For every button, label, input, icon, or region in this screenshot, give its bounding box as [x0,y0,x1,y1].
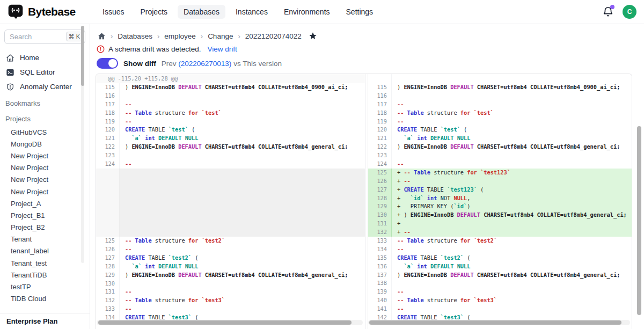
show-diff-toggle[interactable] [97,58,118,69]
diff-context-line: 121 `a` int DEFAULT NULL [96,134,365,143]
sidebar-project-item[interactable]: New Project [0,186,90,198]
home-icon[interactable] [98,32,106,40]
diff-added-line: 128+ `id` int NOT NULL, [368,194,632,203]
line-number: 133 [368,237,392,245]
code-line [120,280,365,288]
nav-item-environments[interactable]: Environments [278,5,336,19]
nav-item-instances[interactable]: Instances [230,5,274,19]
plan-badge[interactable]: Enterprise Plan [0,313,90,329]
line-number: 126 [96,245,120,254]
sidebar-project-item[interactable]: MongoDB [0,138,90,150]
diff-context-line: 135CREATE TABLE `test2` ( [368,254,632,262]
diff-added-line: 130+ ) ENGINE=InnoDB DEFAULT CHARSET=utf… [368,211,632,220]
code-line: -- [392,245,632,254]
sidebar-project-item[interactable]: New Project [0,150,90,162]
line-number: 126 [368,177,392,186]
sidebar-item-anomaly-center[interactable]: Anomaly Center [0,79,90,94]
sidebar-project-item[interactable]: New Project [0,174,90,186]
diff-version-info: Prev (202206270013) vs This version [162,60,282,68]
diff-context-line: 129) ENGINE=InnoDB DEFAULT CHARSET=utf8m… [96,271,365,280]
code-line [120,92,365,100]
diff-context-line: 123 [96,151,365,160]
code-line: + PRIMARY KEY (`id`) [392,202,632,211]
line-number: 131 [96,288,120,296]
sidebar-project-item[interactable]: TiDB Cloud [0,293,90,305]
sidebar-project-item[interactable]: Project_B2 [0,222,90,233]
diff-context-line: 116 [96,92,365,100]
diff-context-line: 123 [368,151,632,160]
star-icon[interactable] [309,32,317,40]
line-number: 133 [96,305,120,313]
sidebar-project-item[interactable]: tenant_label [0,245,90,257]
right-pane-hscrollbar-thumb[interactable] [369,320,621,325]
left-pane-hscrollbar-thumb[interactable] [98,320,352,325]
diff-context-line: 127CREATE TABLE `test2` ( [96,254,365,262]
line-number: 129 [96,271,120,280]
line-number: 119 [96,118,120,126]
code-line: `a` int DEFAULT NULL [120,134,365,143]
nav-item-issues[interactable]: Issues [97,5,130,19]
line-number: 116 [368,92,392,100]
code-line: -- Table structure for `test2` [392,237,632,245]
breadcrumb-item[interactable]: Change [208,32,233,40]
brand-name[interactable]: Bytebase [28,5,76,18]
line-number: 119 [368,118,392,126]
code-line: CREATE TABLE `test` ( [392,126,632,134]
prev-version-link[interactable]: (202206270013) [178,60,231,68]
sidebar-project-item[interactable]: testTP [0,281,90,293]
diff-context-line: 141-- [368,305,632,313]
code-line: -- Table structure for `test` [392,109,632,118]
line-number: 120 [96,126,120,134]
code-line: ) ENGINE=InnoDB DEFAULT CHARSET=utf8mb4 … [120,143,365,151]
line-number: 116 [96,92,120,100]
view-drift-link[interactable]: View drift [208,45,237,53]
sidebar-item-sql-editor[interactable]: SQL Editor [0,65,90,79]
sidebar-project-item[interactable]: TenantTiDB [0,269,90,281]
diff-blank-row [368,74,632,83]
code-line: + `id` int NOT NULL, [392,194,632,203]
brand[interactable]: Bytebase [8,4,89,20]
breadcrumb-item[interactable]: Databases [118,32,152,40]
notification-bell-icon[interactable] [602,6,614,18]
line-number: 137 [368,271,392,280]
breadcrumb-item[interactable]: employee [164,32,196,40]
topbar-right: C [602,5,636,19]
sidebar-item-home[interactable]: Home [0,50,90,65]
nav-item-databases[interactable]: Databases [178,5,225,19]
code-line: ) ENGINE=InnoDB DEFAULT CHARSET=utf8mb4 … [120,271,365,280]
diff-context-line: 115) ENGINE=InnoDB DEFAULT CHARSET=utf8m… [96,83,365,92]
nav-item-projects[interactable]: Projects [134,5,173,19]
line-number: 130 [96,280,120,288]
sidebar-project-item[interactable]: Project_A [0,198,90,209]
sidebar-project-item[interactable]: GitHubVCS [0,126,90,138]
user-avatar[interactable]: C [623,5,636,19]
diff-context-line: 121 `a` int DEFAULT NULL [368,134,632,143]
code-line: -- [392,305,632,313]
sidebar-project-item[interactable]: Tenant_test [0,257,90,269]
diff-context-line: 120CREATE TABLE `test` ( [368,126,632,134]
diff-context-line: 132-- Table structure for `test3` [96,296,365,305]
line-number: 128 [368,194,392,203]
main-content: ›Databases›employee›Change›2022120207402… [90,24,644,329]
diff-context-line: 131-- [96,288,365,296]
page-scrollbar-thumb[interactable] [637,126,641,315]
diff-context-line: 122) ENGINE=InnoDB DEFAULT CHARSET=utf8m… [96,143,365,151]
nav-item-settings[interactable]: Settings [340,5,379,19]
code-line: ) ENGINE=InnoDB DEFAULT CHARSET=utf8mb4 … [392,83,632,92]
sidebar: ⌘ K HomeSQL EditorAnomaly Center Bookmar… [0,24,90,329]
sidebar-project-item[interactable]: Project_B1 [0,209,90,221]
breadcrumb-items: ›Databases›employee›Change›2022120207402… [111,32,302,40]
notification-dot [610,5,614,9]
code-line [392,92,632,100]
line-number: 140 [368,296,392,305]
sidebar-project-item[interactable]: New Project [0,162,90,174]
line-number: 122 [96,143,120,151]
diff-context-line: 119-- [368,118,632,126]
breadcrumb-item[interactable]: 20221202074022 [245,32,302,40]
sidebar-item-label: SQL Editor [20,68,55,76]
code-line: ) ENGINE=InnoDB DEFAULT CHARSET=utf8mb4 … [120,83,365,92]
code-line: + -- [392,177,632,186]
sidebar-project-item[interactable]: Tenant [0,233,90,245]
sidebar-scrollbar-thumb[interactable] [81,26,84,86]
alert-circle-icon [97,45,105,53]
